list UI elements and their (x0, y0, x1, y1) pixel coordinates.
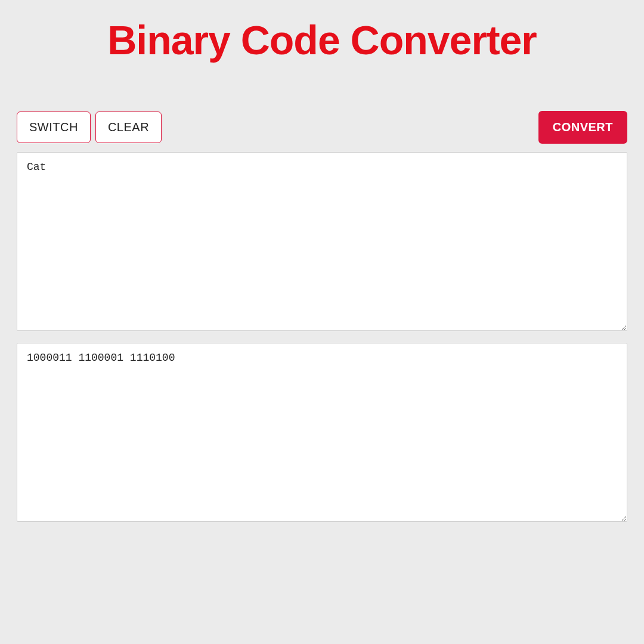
clear-button[interactable]: CLEAR (95, 112, 162, 143)
switch-button[interactable]: SWITCH (17, 112, 91, 143)
page-title: Binary Code Converter (0, 0, 644, 63)
input-textarea[interactable] (17, 152, 627, 331)
main-container: SWITCH CLEAR CONVERT (0, 111, 644, 534)
left-button-group: SWITCH CLEAR (17, 112, 162, 143)
convert-button[interactable]: CONVERT (538, 111, 627, 144)
button-row: SWITCH CLEAR CONVERT (17, 111, 627, 144)
output-textarea[interactable] (17, 343, 627, 522)
